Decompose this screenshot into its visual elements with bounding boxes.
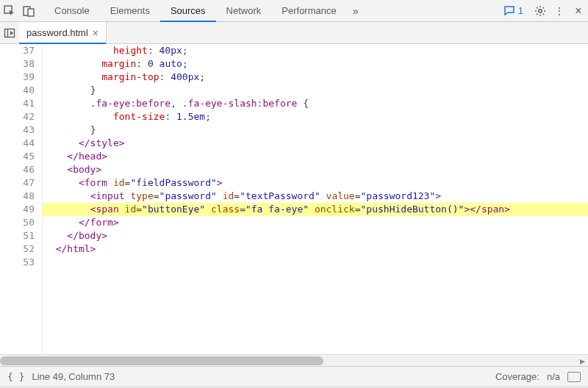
file-tab-label: password.html [26, 27, 88, 38]
line-number[interactable]: 41 [0, 97, 35, 110]
devtools-toolbar: Console Elements Sources Network Perform… [0, 0, 588, 22]
svg-rect-2 [28, 9, 34, 16]
source-editor[interactable]: 3738394041424344454647484950515253 heigh… [0, 44, 588, 354]
code-line[interactable]: height: 40px; [43, 44, 588, 57]
settings-gear-icon[interactable] [531, 1, 550, 21]
code-line[interactable]: <input type="password" id="textPassword"… [43, 190, 588, 203]
device-toolbar-icon[interactable] [19, 1, 38, 21]
code-line[interactable]: <form id="fieldPassword"> [43, 176, 588, 190]
line-number[interactable]: 37 [0, 44, 35, 57]
line-number[interactable]: 42 [0, 110, 35, 123]
code-line[interactable]: } [43, 123, 588, 137]
line-number[interactable]: 48 [0, 190, 35, 203]
line-number[interactable]: 51 [0, 229, 35, 242]
line-number[interactable]: 45 [0, 150, 35, 163]
coverage-label: Coverage: [495, 371, 539, 382]
svg-point-3 [539, 9, 542, 12]
code-line[interactable]: .fa-eye:before, .fa-eye-slash:before { [43, 97, 588, 110]
inspect-element-icon[interactable] [0, 1, 19, 21]
code-line[interactable]: margin-top: 400px; [43, 71, 588, 84]
line-number[interactable]: 46 [0, 163, 35, 176]
tab-network[interactable]: Network [216, 0, 272, 21]
line-number[interactable]: 44 [0, 137, 35, 150]
line-number[interactable]: 43 [0, 123, 35, 137]
code-line[interactable]: font-size: 1.5em; [43, 110, 588, 123]
code-line[interactable]: </style> [43, 137, 588, 150]
line-number[interactable]: 53 [0, 256, 35, 269]
sources-navigator-toggle-icon[interactable] [0, 24, 19, 43]
tab-elements[interactable]: Elements [100, 0, 160, 21]
tab-console[interactable]: Console [44, 0, 100, 21]
messages-button[interactable]: 1 [496, 5, 531, 17]
svg-marker-14 [10, 31, 13, 35]
svg-line-10 [537, 13, 538, 15]
tab-performance[interactable]: Performance [271, 0, 346, 21]
cursor-position: Line 49, Column 73 [32, 371, 115, 382]
code-line[interactable]: </form> [43, 216, 588, 229]
message-count: 1 [518, 5, 523, 16]
line-number[interactable]: 50 [0, 216, 35, 229]
kebab-menu-icon[interactable]: ⋮ [550, 1, 569, 21]
line-number[interactable]: 47 [0, 176, 35, 190]
coverage-value: n/a [547, 371, 560, 382]
scroll-right-arrow-icon[interactable]: ▸ [576, 355, 588, 367]
code-line[interactable] [43, 256, 588, 269]
code-line[interactable]: <span id="buttonEye" class="fa fa-eye" o… [43, 203, 588, 216]
tab-sources[interactable]: Sources [160, 0, 216, 21]
line-number[interactable]: 52 [0, 242, 35, 256]
code-line[interactable]: <body> [43, 163, 588, 176]
code-line[interactable]: margin: 0 auto; [43, 57, 588, 71]
line-number[interactable]: 49 [0, 203, 35, 216]
horizontal-scrollbar[interactable]: ◂ ▸ [0, 354, 588, 366]
pretty-print-button[interactable]: { } [7, 371, 24, 382]
svg-line-11 [543, 7, 545, 9]
code-line[interactable]: </html> [43, 242, 588, 256]
message-icon [503, 5, 515, 17]
scrollbar-thumb[interactable] [0, 356, 323, 365]
line-number[interactable]: 40 [0, 84, 35, 97]
code-line[interactable]: } [43, 84, 588, 97]
panel-tabs: Console Elements Sources Network Perform… [38, 0, 496, 21]
code-content[interactable]: height: 40px; margin: 0 auto; margin-top… [43, 44, 588, 354]
svg-line-8 [537, 7, 538, 9]
svg-line-9 [543, 13, 545, 15]
editor-status-bar: { } Line 49, Column 73 Coverage: n/a [0, 366, 588, 387]
close-file-tab-icon[interactable]: × [93, 28, 98, 38]
line-number-gutter: 3738394041424344454647484950515253 [0, 44, 43, 354]
line-number[interactable]: 38 [0, 57, 35, 71]
close-devtools-icon[interactable]: × [569, 1, 588, 21]
code-line[interactable]: </body> [43, 229, 588, 242]
line-number[interactable]: 39 [0, 71, 35, 84]
coverage-toggle-icon[interactable] [567, 372, 581, 382]
file-tab-bar: password.html × [0, 22, 588, 44]
more-tabs-chevron-icon[interactable]: » [347, 6, 365, 16]
code-line[interactable]: </head> [43, 150, 588, 163]
file-tab-password-html[interactable]: password.html × [19, 22, 107, 43]
